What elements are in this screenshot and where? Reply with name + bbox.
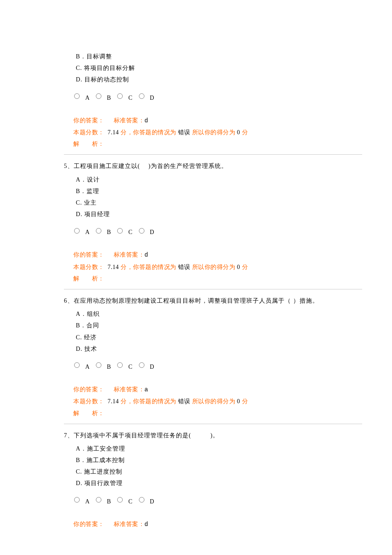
radio-label: B — [102, 92, 116, 103]
radio-q5-b[interactable] — [96, 228, 101, 234]
question-stem-q5: 5、工程项目施工应建立以( )为首的生产经营管理系统。 — [64, 161, 362, 171]
fen-unit: 分 — [121, 264, 127, 270]
option-text: D. 项目行政管理 — [64, 478, 362, 489]
situation-text: ，你答题的情况为 — [127, 398, 176, 405]
answer-line-q5: 你的答案： 标准答案：d — [64, 249, 362, 260]
std-answer-value: d — [144, 251, 148, 258]
radio-q6-c[interactable] — [117, 362, 123, 368]
radio-label: D — [145, 92, 159, 103]
radio-q7-a[interactable] — [74, 497, 80, 503]
radio-q5-a[interactable] — [74, 228, 80, 234]
status-wrong: 错误 — [178, 264, 190, 270]
radio-label: B — [102, 227, 116, 237]
radio-q4-d[interactable] — [139, 93, 144, 99]
earned-score: 0 — [237, 129, 240, 136]
radio-label: D — [145, 361, 159, 372]
situation-text: ，你答题的情况为 — [127, 264, 176, 270]
score-prefix: 本题分数： — [73, 264, 104, 270]
analysis-q5: 解 析： — [64, 273, 362, 284]
option-text: B．监理 — [64, 186, 362, 197]
score-line-q5: 本题分数： 7.14 分，你答题的情况为 错误 所以你的得分为 0 分 — [64, 262, 362, 272]
your-answer-label: 你的答案： — [73, 521, 104, 527]
radio-q6-a[interactable] — [74, 362, 80, 368]
std-answer-label: 标准答案： — [114, 251, 145, 258]
fen-unit2: 分 — [242, 264, 248, 270]
radio-label: D — [145, 227, 159, 237]
radio-group-q7: A B C D — [64, 494, 362, 507]
divider — [64, 289, 362, 289]
radio-label: D — [145, 496, 159, 507]
score-line-q6: 本题分数： 7.14 分，你答题的情况为 错误 所以你的得分为 0 分 — [64, 396, 362, 407]
std-answer-label: 标准答案： — [114, 117, 145, 124]
radio-label: C — [124, 361, 137, 372]
radio-q7-b[interactable] — [96, 497, 101, 503]
std-answer-label: 标准答案： — [114, 386, 145, 393]
radio-q6-b[interactable] — [96, 362, 101, 368]
option-text: D. 项目经理 — [64, 209, 362, 220]
radio-group-q6: A B C D — [64, 359, 362, 372]
std-answer-value: a — [144, 386, 148, 393]
score-value: 7.14 — [108, 398, 119, 405]
score-prefix: 本题分数： — [73, 129, 104, 136]
fen-unit: 分 — [121, 398, 127, 405]
radio-q4-c[interactable] — [117, 93, 123, 99]
radio-label: A — [81, 496, 94, 507]
option-text: D. 目标的动态控制 — [64, 74, 362, 85]
so-score-label: 所以你的得分为 — [192, 398, 236, 405]
answer-line-q4: 你的答案： 标准答案：d — [64, 115, 362, 126]
option-text: C. 施工进度控制 — [64, 466, 362, 477]
score-value: 7.14 — [108, 264, 119, 270]
radio-label: A — [81, 361, 94, 372]
analysis-q6: 解 析： — [64, 408, 362, 419]
radio-q7-d[interactable] — [139, 497, 144, 503]
radio-label: C — [124, 496, 137, 507]
question-stem-q7: 7、下列选项中不属于项目经理管理任务的是( )。 — [64, 430, 362, 441]
option-text: A．组织 — [64, 309, 362, 319]
radio-group-q4: A B C D — [64, 90, 362, 103]
divider — [64, 424, 362, 424]
your-answer-label: 你的答案： — [73, 386, 104, 393]
radio-q4-a[interactable] — [74, 93, 80, 99]
divider — [64, 154, 362, 155]
answer-line-q6: 你的答案： 标准答案：a — [64, 384, 362, 395]
earned-score: 0 — [237, 264, 240, 270]
std-answer-value: d — [144, 521, 148, 528]
option-text: D. 技术 — [64, 344, 362, 354]
radio-label: C — [124, 227, 137, 237]
so-score-label: 所以你的得分为 — [192, 264, 236, 270]
option-text: C. 将项目的目标分解 — [64, 63, 362, 73]
std-answer-value: d — [144, 117, 148, 124]
option-text: C. 经济 — [64, 332, 362, 343]
option-text: B．合同 — [64, 320, 362, 331]
option-text: A．施工安全管理 — [64, 443, 362, 454]
std-answer-label: 标准答案： — [114, 521, 145, 527]
radio-label: B — [102, 496, 116, 507]
radio-q5-d[interactable] — [139, 228, 144, 234]
score-line-q4: 本题分数： 7.14 分，你答题的情况为 错误 所以你的得分为 0 分 — [64, 127, 362, 138]
radio-group-q5: A B C D — [64, 225, 362, 237]
radio-q4-b[interactable] — [96, 93, 101, 99]
so-score-label: 所以你的得分为 — [192, 129, 236, 136]
radio-q7-c[interactable] — [117, 497, 123, 503]
option-text: C. 业主 — [64, 197, 362, 208]
fen-unit: 分 — [121, 129, 127, 136]
status-wrong: 错误 — [178, 398, 190, 405]
radio-label: A — [81, 227, 94, 237]
fen-unit2: 分 — [242, 129, 248, 136]
radio-label: A — [81, 92, 94, 103]
your-answer-label: 你的答案： — [73, 251, 104, 258]
question-stem-q6: 6、在应用动态控制原理控制建设工程项目目标时，调整项目管理班子人员属于（ ）措施… — [64, 295, 362, 306]
situation-text: ，你答题的情况为 — [127, 129, 176, 136]
analysis-q4: 解 析： — [64, 139, 362, 149]
radio-label: C — [124, 92, 137, 103]
option-text: B．施工成本控制 — [64, 455, 362, 465]
radio-q6-d[interactable] — [139, 362, 144, 368]
score-prefix: 本题分数： — [73, 398, 104, 405]
option-text: A．设计 — [64, 174, 362, 185]
answer-line-q7: 你的答案： 标准答案：d — [64, 519, 362, 530]
radio-q5-c[interactable] — [117, 228, 123, 234]
your-answer-label: 你的答案： — [73, 117, 104, 124]
option-text: B．目标调整 — [64, 51, 362, 62]
earned-score: 0 — [237, 398, 240, 405]
radio-label: B — [102, 361, 116, 372]
